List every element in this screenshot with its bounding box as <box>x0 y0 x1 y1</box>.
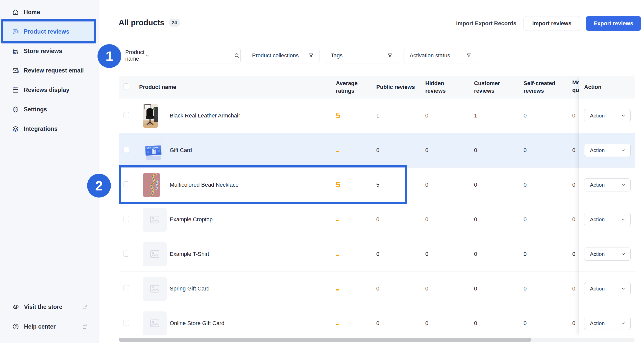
row-checkbox[interactable] <box>123 181 129 187</box>
average-rating-value <box>334 251 375 257</box>
visit-store-label: Visit the store <box>24 304 62 310</box>
visit-store-link[interactable]: Visit the store <box>0 297 98 317</box>
scrollbar-thumb[interactable] <box>119 338 531 342</box>
customer-reviews-value: 0 <box>473 251 522 257</box>
public-reviews-value: 0 <box>375 251 424 257</box>
sidebar-item-product-reviews[interactable]: Product reviews <box>3 22 94 41</box>
help-center-link[interactable]: Help center <box>0 317 98 336</box>
product-image <box>143 208 167 232</box>
public-reviews-value: 1 <box>375 112 424 119</box>
action-cell: Action <box>579 272 635 306</box>
settings-icon <box>12 106 19 113</box>
col-self-created-reviews: Self-created reviews <box>524 80 558 94</box>
product-name: Example T-Shirt <box>170 251 209 257</box>
search-icon <box>234 52 240 59</box>
col-hidden-reviews: Hidden reviews <box>425 80 449 94</box>
action-cell: Action <box>579 99 635 133</box>
product-image <box>143 311 167 335</box>
select-all-checkbox[interactable] <box>123 83 129 89</box>
help-center-label: Help center <box>24 323 56 330</box>
filter-tags[interactable]: Tags <box>325 48 398 63</box>
search-field-label: Product name <box>125 49 144 62</box>
sidebar-item-store-reviews[interactable]: Store reviews <box>0 41 98 61</box>
horizontal-scrollbar <box>119 338 635 342</box>
header-actions: Import Export Records Import reviews Exp… <box>455 16 641 31</box>
filter-label: Tags <box>331 52 342 59</box>
action-dropdown-button[interactable]: Action <box>584 109 631 122</box>
storefront-icon <box>12 48 19 55</box>
import-reviews-button[interactable]: Import reviews <box>524 16 580 31</box>
funnel-icon <box>466 53 472 59</box>
customer-reviews-value: 1 <box>473 112 522 119</box>
self-created-reviews-value: 0 <box>522 112 571 119</box>
page-title: All products <box>119 18 164 27</box>
table-row[interactable]: GIFT CARD Gift Card 0 0 0 0 0 <box>119 133 635 168</box>
sidebar-item-review-request-email[interactable]: Review request email <box>0 61 98 80</box>
action-dropdown-button[interactable]: Action <box>584 248 631 261</box>
no-rating-dash <box>336 151 339 152</box>
search-input[interactable] <box>154 52 234 59</box>
chevron-down-icon <box>621 321 626 326</box>
row-checkbox[interactable] <box>123 251 129 257</box>
action-dropdown-button[interactable]: Action <box>584 144 631 157</box>
product-name: Gift Card <box>170 147 192 154</box>
action-dropdown-button[interactable]: Action <box>584 282 631 295</box>
chevron-down-icon <box>621 113 626 118</box>
funnel-icon <box>308 53 314 59</box>
filter-bar: Product name Product collections Tags Ac… <box>119 48 477 63</box>
public-reviews-value: 0 <box>375 285 424 292</box>
hidden-reviews-value: 0 <box>424 112 473 119</box>
row-checkbox[interactable] <box>123 320 129 326</box>
table-row[interactable]: Spring Gift Card 0 0 0 0 0 <box>119 272 635 306</box>
no-rating-dash <box>336 255 339 256</box>
col-public-reviews: Public reviews <box>376 83 415 91</box>
table-row[interactable]: Multicolored Bead Necklace 5 5 0 0 0 0 <box>119 168 635 202</box>
action-cell: Action <box>579 133 635 168</box>
table-row[interactable]: Example T-Shirt 0 0 0 0 0 <box>119 237 635 272</box>
action-dropdown-button[interactable]: Action <box>584 178 631 191</box>
table-row[interactable]: Example Croptop 0 0 0 0 0 <box>119 202 635 237</box>
product-name: Example Croptop <box>170 216 213 223</box>
public-reviews-value: 0 <box>375 320 424 327</box>
product-image <box>143 277 167 301</box>
product-reviews-icon <box>12 28 19 35</box>
products-table: Product name Average ratings Public revi… <box>119 76 635 337</box>
row-checkbox[interactable] <box>123 112 129 118</box>
filter-product-collections[interactable]: Product collections <box>246 48 319 63</box>
hidden-reviews-value: 0 <box>424 216 473 223</box>
row-checkbox[interactable] <box>123 216 129 222</box>
table-row[interactable]: Black Real Leather Armchair 5 1 0 1 0 0 <box>119 99 635 133</box>
self-created-reviews-value: 0 <box>522 251 571 257</box>
sidebar-item-label: Integrations <box>24 126 58 132</box>
filter-activation-status[interactable]: Activation status <box>404 48 477 63</box>
search-field-selector[interactable]: Product name <box>119 48 154 63</box>
average-rating-value: 5 <box>334 111 375 120</box>
import-export-records-button[interactable]: Import Export Records <box>455 20 518 27</box>
annotation-step1-circle: 1 <box>97 44 121 68</box>
layout-icon <box>12 87 19 93</box>
search-group: Product name <box>119 48 241 63</box>
sidebar-item-integrations[interactable]: Integrations <box>0 119 98 139</box>
public-reviews-value: 0 <box>375 147 424 154</box>
eye-icon <box>12 303 19 310</box>
row-checkbox[interactable] <box>123 285 129 291</box>
row-checkbox[interactable] <box>123 147 129 153</box>
action-dropdown-button[interactable]: Action <box>584 213 631 226</box>
help-icon <box>12 323 19 330</box>
action-dropdown-button[interactable]: Action <box>584 317 631 330</box>
external-link-icon <box>82 304 88 310</box>
customer-reviews-value: 0 <box>473 216 522 223</box>
customer-reviews-value: 0 <box>473 182 522 188</box>
sidebar-item-home[interactable]: Home <box>0 3 98 22</box>
table-row[interactable]: Online Store Gift Card 0 0 0 0 0 <box>119 306 635 337</box>
export-reviews-button[interactable]: Export reviews <box>586 16 641 31</box>
table-body: Black Real Leather Armchair 5 1 0 1 0 0 … <box>119 99 635 337</box>
sidebar-item-label: Reviews display <box>24 87 69 93</box>
product-count-badge: 24 <box>168 19 180 27</box>
table-header-row: Product name Average ratings Public revi… <box>119 76 635 99</box>
sidebar-item-reviews-display[interactable]: Reviews display <box>0 80 98 100</box>
external-link-icon <box>82 324 88 330</box>
self-created-reviews-value: 0 <box>522 147 571 154</box>
hidden-reviews-value: 0 <box>424 182 473 188</box>
sidebar-item-settings[interactable]: Settings <box>0 100 98 119</box>
